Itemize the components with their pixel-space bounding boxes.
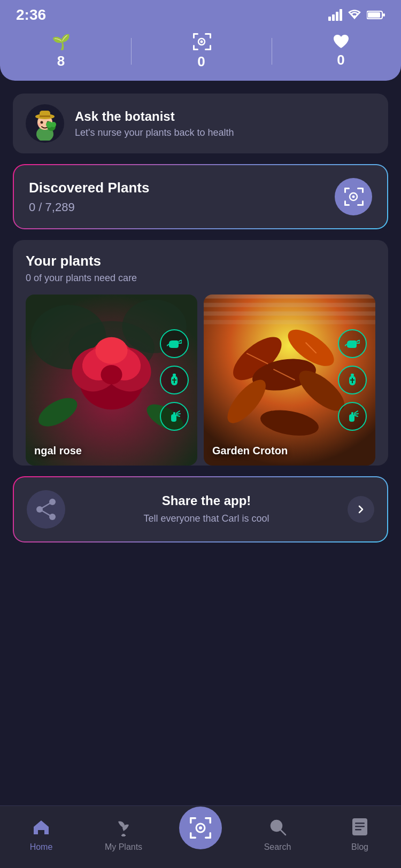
- plant-item-rose[interactable]: ngal rose: [26, 294, 197, 466]
- bottom-nav: Home My Plants: [0, 805, 401, 868]
- rose-spray-button[interactable]: [160, 402, 189, 431]
- svg-rect-31: [344, 188, 346, 193]
- watering-can-icon: [167, 336, 182, 351]
- svg-point-16: [200, 41, 203, 43]
- share-arrow-button[interactable]: [348, 496, 374, 523]
- stat-heart: 0: [333, 34, 350, 68]
- discovered-info: Discovered Plants 0 / 7,289: [29, 180, 149, 214]
- scanner-icon-discovered: [343, 187, 364, 207]
- botanist-avatar: [26, 104, 64, 143]
- blog-nav-icon-wrap: [348, 815, 372, 839]
- svg-rect-61: [204, 312, 375, 316]
- svg-rect-2: [336, 12, 338, 21]
- status-bar: 2:36: [0, 0, 401, 28]
- svg-line-76: [40, 502, 52, 509]
- plants-grid: ngal rose: [26, 294, 375, 466]
- croton-fertilize-button[interactable]: [338, 366, 367, 394]
- scanner-icon-header: [192, 32, 211, 51]
- svg-rect-6: [383, 13, 385, 17]
- svg-point-39: [352, 196, 355, 198]
- main-content: Ask the botanist Let's nurse your plants…: [0, 81, 401, 607]
- heart-icon-header: [333, 34, 350, 50]
- rose-water-button[interactable]: [160, 329, 189, 358]
- scanner-icon-nav: [189, 816, 212, 840]
- nav-label-search: Search: [264, 842, 291, 852]
- svg-rect-1: [332, 14, 335, 21]
- svg-rect-3: [340, 9, 342, 21]
- nav-item-search[interactable]: Search: [251, 815, 304, 852]
- svg-rect-94: [355, 829, 361, 831]
- svg-point-29: [51, 122, 56, 127]
- search-nav-icon-wrap: [265, 815, 290, 839]
- svg-rect-35: [344, 200, 346, 206]
- botanist-title: Ask the botanist: [75, 109, 234, 124]
- plant-icon: [115, 817, 132, 836]
- svg-rect-71: [349, 414, 354, 422]
- discovered-scan-button[interactable]: [335, 178, 372, 215]
- croton-water-button[interactable]: [338, 329, 367, 358]
- svg-rect-72: [351, 412, 353, 415]
- stat-leaves-value: 8: [57, 53, 65, 69]
- svg-rect-60: [204, 303, 375, 307]
- croton-plant-actions: [338, 329, 367, 431]
- status-icons: [328, 9, 385, 21]
- stat-divider-1: [131, 38, 132, 65]
- svg-rect-13: [205, 49, 210, 50]
- croton-spray-button[interactable]: [338, 402, 367, 431]
- plants-subtitle: 0 of your plants need care: [26, 273, 375, 284]
- fertilizer-icon: [167, 373, 182, 387]
- home-icon: [32, 817, 51, 836]
- svg-rect-92: [355, 823, 365, 824]
- svg-rect-22: [40, 115, 50, 117]
- spray-icon: [167, 409, 182, 424]
- search-icon: [268, 818, 287, 836]
- svg-rect-80: [190, 817, 192, 824]
- share-subtitle: Tell everyone that Carl is cool: [76, 511, 337, 526]
- svg-rect-12: [193, 45, 195, 50]
- discovered-plants-card[interactable]: Discovered Plants 0 / 7,289: [13, 164, 388, 229]
- rose-fertilize-button[interactable]: [160, 366, 189, 394]
- nav-item-blog[interactable]: Blog: [333, 815, 387, 852]
- plant-item-croton[interactable]: Garden Croton: [204, 294, 375, 466]
- svg-rect-0: [328, 17, 331, 21]
- plants-title: Your plants: [26, 253, 375, 269]
- stat-divider-2: [272, 38, 272, 65]
- svg-rect-82: [210, 817, 212, 824]
- share-card[interactable]: Share the app! Tell everyone that Carl i…: [13, 476, 388, 542]
- nav-item-home[interactable]: Home: [14, 815, 68, 852]
- svg-rect-33: [362, 188, 364, 193]
- svg-rect-32: [357, 188, 363, 189]
- discovered-count: 0 / 7,289: [29, 200, 149, 214]
- nav-label-home: Home: [30, 842, 53, 852]
- stat-center-value: 0: [197, 53, 205, 70]
- svg-rect-55: [173, 374, 176, 376]
- chevron-right-icon: [356, 504, 366, 515]
- svg-rect-8: [193, 33, 195, 38]
- croton-plant-name: Garden Croton: [212, 445, 288, 457]
- myplants-nav-icon-wrap: [111, 815, 136, 839]
- svg-rect-14: [210, 45, 211, 50]
- nav-item-myplants[interactable]: My Plants: [97, 815, 150, 852]
- nav-center-scan-button[interactable]: [179, 807, 222, 849]
- status-time: 2:36: [16, 6, 46, 24]
- watering-can-icon-2: [345, 336, 360, 351]
- svg-rect-70: [351, 374, 354, 376]
- discovered-title: Discovered Plants: [29, 180, 149, 196]
- svg-line-77: [40, 509, 52, 517]
- botanist-info: Ask the botanist Let's nurse your plants…: [75, 109, 234, 138]
- header-stats: 🌱 8 0 0: [0, 28, 401, 81]
- svg-rect-37: [362, 200, 364, 206]
- svg-rect-10: [210, 33, 211, 38]
- svg-point-50: [95, 337, 127, 364]
- spray-icon-2: [345, 409, 360, 424]
- stat-heart-value: 0: [337, 52, 344, 68]
- botanist-card[interactable]: Ask the botanist Let's nurse your plants…: [13, 94, 388, 153]
- svg-rect-57: [173, 412, 175, 415]
- svg-point-23: [41, 121, 43, 124]
- svg-point-51: [101, 365, 122, 384]
- svg-rect-5: [368, 12, 380, 18]
- svg-rect-59: [204, 294, 375, 299]
- svg-rect-93: [355, 826, 365, 827]
- botanist-subtitle: Let's nurse your plants back to health: [75, 127, 234, 138]
- svg-rect-9: [205, 33, 210, 35]
